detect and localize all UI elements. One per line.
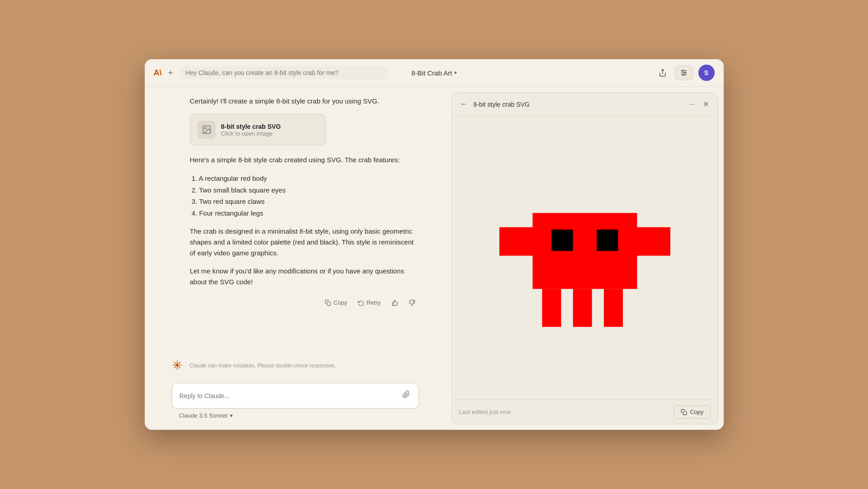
- claude-asterisk-icon: ✳: [172, 358, 182, 373]
- thumbup-button[interactable]: [388, 298, 402, 308]
- artifact-header-actions: ··· ✕: [688, 98, 710, 110]
- list-item: 4. Four rectangular legs: [190, 207, 419, 219]
- artifact-card-title: 8-bit style crab SVG: [221, 123, 281, 130]
- header: A\ + 8-Bit Crab Art ▾: [145, 59, 724, 87]
- share-icon: [659, 69, 667, 77]
- copy-button[interactable]: Copy: [321, 297, 351, 308]
- artifact-header: ← 8-bit style crab SVG ··· ✕: [452, 93, 718, 116]
- chat-title: 8-Bit Crab Art: [411, 69, 452, 77]
- artifact-header-title: 8-bit style crab SVG: [474, 101, 683, 108]
- sliders-icon: [680, 69, 688, 77]
- share-button[interactable]: [656, 66, 669, 80]
- header-left: A\ +: [154, 66, 175, 80]
- disclaimer-text: Claude can make mistakes. Please double-…: [190, 362, 336, 369]
- header-right: S: [656, 65, 715, 81]
- new-chat-button[interactable]: +: [166, 66, 175, 80]
- chat-panel: Certainly! I'll create a simple 8-bit st…: [145, 87, 446, 430]
- artifact-card-icon: [198, 121, 216, 139]
- claude-footer: ✳ Claude can make mistakes. Please doubl…: [145, 353, 446, 377]
- artifact-back-button[interactable]: ←: [459, 99, 469, 110]
- artifact-card[interactable]: 8-bit style crab SVG Click to open image: [190, 114, 326, 146]
- input-area: Claude 3.5 Sonnet ▾: [145, 377, 446, 430]
- thumbup-icon: [392, 300, 398, 306]
- avatar: S: [698, 65, 715, 81]
- copy-icon: [681, 409, 687, 415]
- svg-rect-12: [532, 213, 637, 289]
- features-list: 1. A rectangular red body 2. Two small b…: [190, 173, 419, 219]
- list-item: 1. A rectangular red body: [190, 173, 419, 184]
- svg-point-8: [204, 127, 206, 129]
- header-center: 8-Bit Crab Art ▾: [411, 69, 456, 77]
- reply-input[interactable]: [180, 392, 397, 400]
- main-content: Certainly! I'll create a simple 8-bit st…: [145, 87, 724, 430]
- svg-rect-18: [683, 411, 687, 415]
- artifact-card-info: 8-bit style crab SVG Click to open image: [221, 123, 281, 137]
- last-edited-text: Last edited just now: [459, 409, 511, 415]
- artifact-close-button[interactable]: ✕: [701, 98, 711, 110]
- artifact-copy-button[interactable]: Copy: [674, 405, 710, 418]
- thumbdown-icon: [409, 300, 415, 306]
- retry-label: Retry: [366, 299, 380, 306]
- model-chevron-icon: ▾: [230, 412, 233, 419]
- paragraph1: The crab is designed in a minimalist 8-b…: [190, 226, 419, 259]
- artifact-panel: ← 8-bit style crab SVG ··· ✕: [451, 92, 718, 424]
- svg-rect-13: [551, 230, 573, 251]
- header-search-input[interactable]: [180, 66, 388, 79]
- paperclip-icon: [402, 390, 410, 399]
- svg-rect-15: [542, 289, 561, 327]
- message-actions: Copy Retry: [190, 295, 419, 315]
- svg-rect-11: [632, 227, 670, 255]
- input-box: [172, 383, 419, 409]
- copy-icon: [325, 300, 331, 306]
- chat-messages: Certainly! I'll create a simple 8-bit st…: [145, 87, 446, 353]
- copy-label: Copy: [333, 299, 347, 306]
- chevron-down-icon: ▾: [454, 70, 457, 76]
- paragraph2: Let me know if you'd like any modificati…: [190, 266, 419, 287]
- model-selector[interactable]: Claude 3.5 Sonnet ▾: [172, 409, 241, 423]
- intro-message: Certainly! I'll create a simple 8-bit st…: [190, 96, 419, 107]
- app-window: A\ + 8-Bit Crab Art ▾: [145, 59, 724, 430]
- svg-rect-9: [327, 302, 331, 306]
- artifact-footer: Last edited just now Copy: [452, 400, 718, 424]
- svg-point-6: [683, 74, 684, 75]
- image-icon: [202, 125, 212, 135]
- svg-rect-16: [573, 289, 592, 327]
- crab-svg: [490, 172, 680, 344]
- artifact-content: [452, 116, 718, 400]
- settings-button[interactable]: [675, 66, 693, 80]
- svg-rect-10: [499, 227, 537, 255]
- retry-icon: [358, 300, 364, 306]
- svg-rect-17: [604, 289, 623, 327]
- anthropic-logo: A\: [154, 68, 162, 78]
- artifact-more-button[interactable]: ···: [688, 99, 697, 110]
- list-item: 3. Two red square claws: [190, 196, 419, 207]
- retry-button[interactable]: Retry: [354, 297, 384, 308]
- description-text: Here's a simple 8-bit style crab created…: [190, 155, 419, 165]
- model-name: Claude 3.5 Sonnet: [179, 412, 228, 419]
- attach-button[interactable]: [401, 390, 411, 402]
- thumbdown-button[interactable]: [405, 298, 419, 308]
- artifact-copy-label: Copy: [690, 409, 703, 415]
- svg-point-4: [682, 70, 683, 71]
- artifact-card-subtitle: Click to open image: [221, 130, 281, 137]
- svg-point-5: [684, 72, 686, 74]
- svg-rect-14: [597, 230, 618, 251]
- list-item: 2. Two small black square eyes: [190, 184, 419, 196]
